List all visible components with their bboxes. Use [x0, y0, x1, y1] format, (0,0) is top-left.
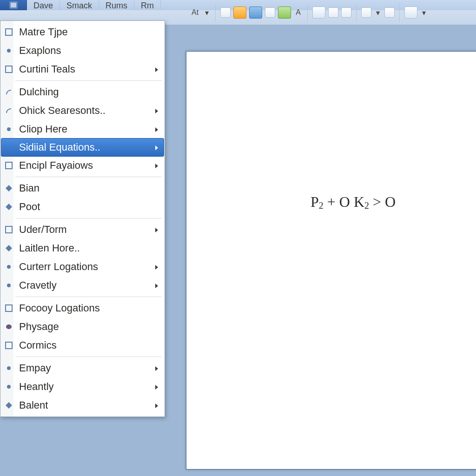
menu-item-matre-tjpe[interactable]: Matre Tjpe: [1, 23, 164, 41]
dot-icon: [3, 45, 14, 56]
ribbon-toolbar: At ▾ A ▾ ▾: [186, 0, 476, 25]
submenu-arrow-icon: [154, 159, 159, 172]
submenu-arrow-icon: [154, 224, 159, 236]
menu-item-label: Cravetly: [19, 279, 57, 291]
menu-item-laitlen-hore[interactable]: Laitlen Hore..: [1, 239, 164, 258]
tab-rums[interactable]: Rums: [99, 0, 134, 10]
svg-rect-13: [6, 305, 12, 311]
tool-button[interactable]: [361, 7, 371, 18]
svg-rect-15: [6, 342, 12, 349]
svg-rect-1: [11, 3, 16, 7]
menu-item-label: Matre Tjpe: [19, 26, 68, 38]
separator: [307, 3, 308, 22]
submenu-arrow-icon: [154, 105, 159, 117]
menu-item-label: Curtini Teals: [19, 63, 75, 75]
dot-icon: [3, 280, 14, 291]
tab-smack[interactable]: Smack: [60, 0, 99, 10]
menu-item-label: Empay: [19, 362, 51, 374]
box-icon: [3, 26, 14, 38]
svg-point-14: [6, 324, 12, 329]
menu-item-curtini-teals[interactable]: Curtini Teals: [1, 60, 164, 79]
tool-button[interactable]: [341, 7, 351, 18]
blob-icon: [3, 321, 14, 332]
menu-item-label: Laitlen Hore..: [19, 242, 80, 254]
svg-rect-2: [6, 29, 12, 35]
svg-rect-6: [6, 162, 12, 169]
menu-item-label: Poot: [19, 201, 40, 213]
image-tool[interactable]: [278, 7, 291, 19]
menu-item-cormics[interactable]: Cormics: [1, 336, 164, 355]
tab-file-active[interactable]: [0, 0, 27, 10]
box-icon: [3, 340, 14, 351]
menu-item-ohick-searesonts[interactable]: Ohick Searesonts..: [1, 101, 164, 120]
menu-item-encipl-fayaiows[interactable]: Encipl Fayaiows: [1, 156, 164, 175]
blank-icon: [3, 142, 14, 153]
menu-item-bian[interactable]: Bian: [1, 179, 164, 198]
picture-tool[interactable]: [404, 7, 417, 19]
menu-separator: [15, 357, 162, 357]
equation-display[interactable]: P2 + O K2 > O: [311, 193, 396, 211]
tool-button[interactable]: [384, 7, 395, 18]
menu-item-label: Focooy Logations: [19, 302, 100, 314]
highlight-tool[interactable]: [233, 7, 246, 19]
menu-item-curterr-logations[interactable]: Curterr Logations: [1, 258, 164, 276]
menu-item-heantly[interactable]: Heantly: [1, 377, 164, 396]
shape-tool[interactable]: [249, 7, 262, 19]
font-label: At: [190, 8, 200, 17]
document-page[interactable]: P2 + O K2 > O: [186, 51, 476, 469]
font-name-label: A: [294, 8, 303, 17]
tool-button[interactable]: [328, 7, 338, 18]
menu-item-cravetly[interactable]: Cravetly: [1, 276, 164, 295]
menu-item-sidiial-equations[interactable]: Sidiial Equations..: [1, 138, 164, 157]
dropdown-caret[interactable]: ▾: [203, 8, 211, 17]
dropdown-caret[interactable]: ▾: [374, 8, 382, 17]
separator: [215, 3, 216, 22]
swirl-icon: [3, 105, 14, 116]
menu-item-focooy-logations[interactable]: Focooy Logations: [1, 299, 164, 317]
dot-icon: [3, 381, 14, 392]
menu-item-exaplons[interactable]: Exaplons: [1, 41, 164, 60]
submenu-arrow-icon: [154, 261, 159, 273]
tab-rm[interactable]: Rm: [134, 0, 161, 10]
dot-icon: [3, 363, 14, 374]
tool-button[interactable]: [220, 7, 231, 18]
svg-point-3: [7, 49, 11, 53]
menu-item-poot[interactable]: Poot: [1, 198, 164, 216]
menu-item-empay[interactable]: Empay: [1, 359, 164, 377]
svg-marker-18: [6, 402, 12, 409]
svg-point-16: [7, 366, 11, 370]
menu-item-physage[interactable]: Physage: [1, 317, 164, 336]
menu-item-uder-torm[interactable]: Uder/Torm: [1, 220, 164, 239]
box-icon: [3, 160, 14, 171]
tab-dave[interactable]: Dave: [27, 0, 60, 10]
menu-item-label: Curterr Logations: [19, 261, 98, 273]
dot-icon: [3, 124, 14, 135]
submenu-arrow-icon: [154, 399, 159, 411]
svg-marker-8: [6, 204, 12, 210]
diamond-icon: [3, 243, 14, 254]
box-icon: [3, 303, 14, 314]
svg-point-5: [7, 127, 11, 131]
dot-icon: [3, 261, 14, 272]
menu-item-balent[interactable]: Balent: [1, 396, 164, 415]
menu-item-label: Encipl Fayaiows: [19, 159, 93, 172]
menu-separator: [15, 177, 162, 177]
menu-separator: [15, 218, 162, 218]
tool-button[interactable]: [265, 7, 275, 18]
box-icon: [3, 224, 14, 235]
menu-item-label: Balent: [19, 399, 48, 411]
picture-tool[interactable]: [312, 7, 325, 19]
menu-item-label: Bian: [19, 182, 40, 194]
diamond-icon: [3, 201, 14, 212]
swirl-icon: [3, 86, 14, 98]
box-icon: [3, 64, 14, 75]
dropdown-caret[interactable]: ▾: [420, 8, 428, 17]
menu-item-cliop-here[interactable]: Cliop Here: [1, 120, 164, 139]
submenu-arrow-icon: [154, 381, 159, 393]
menu-separator: [15, 80, 162, 81]
insert-dropdown-menu: Matre TjpeExaplonsCurtini TealsDulchingO…: [0, 20, 165, 417]
info-icon: [9, 1, 18, 9]
svg-point-17: [7, 385, 11, 389]
svg-marker-7: [6, 185, 12, 192]
menu-item-dulching[interactable]: Dulching: [1, 83, 164, 101]
